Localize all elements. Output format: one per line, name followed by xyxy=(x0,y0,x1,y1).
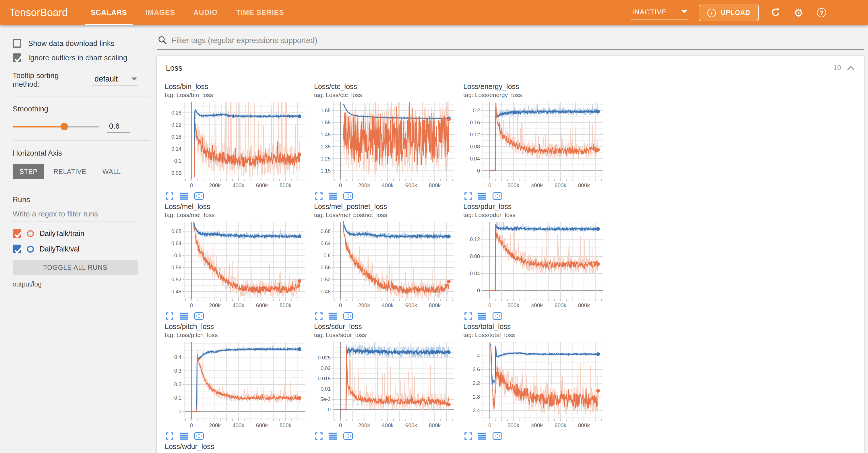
svg-text:3.2: 3.2 xyxy=(473,381,480,386)
run-val-checkbox[interactable] xyxy=(12,245,21,253)
loss-section-header[interactable]: Loss 10 xyxy=(157,56,864,80)
fit-domain-button[interactable] xyxy=(194,312,204,320)
tooltip-sorting-label: Tooltip sorting method: xyxy=(12,71,86,88)
fullscreen-icon xyxy=(315,192,322,200)
fit-domain-button[interactable] xyxy=(493,192,502,200)
toggle-y-axis-button[interactable] xyxy=(329,312,337,320)
expand-chart-button[interactable] xyxy=(464,192,472,200)
fit-domain-button[interactable] xyxy=(343,432,353,440)
run-val-radio[interactable] xyxy=(27,245,34,252)
toggle-y-axis-button[interactable] xyxy=(329,432,337,440)
fit-domain-button[interactable] xyxy=(194,192,204,200)
chart-title: Loss/pdur_loss xyxy=(463,203,613,211)
toggle-y-axis-button[interactable] xyxy=(329,192,337,200)
help-button[interactable]: ? xyxy=(815,6,828,19)
svg-text:800k: 800k xyxy=(429,182,441,188)
svg-text:0.01: 0.01 xyxy=(321,386,331,392)
svg-text:0: 0 xyxy=(190,302,193,308)
tab-scalars[interactable]: SCALARS xyxy=(82,0,136,25)
run-train-label: DailyTalk/train xyxy=(40,230,84,237)
divider xyxy=(12,187,150,187)
chart-card-energy_loss: Loss/energy_loss tag: Loss/energy_loss 0… xyxy=(463,80,613,200)
chart-plot[interactable]: 2.42.83.23.640200k400k600k800k xyxy=(463,340,613,431)
upload-button[interactable]: i UPLOAD xyxy=(699,4,759,21)
fit-domain-button[interactable] xyxy=(493,312,502,320)
run-train-radio[interactable] xyxy=(27,230,34,237)
smoothing-slider[interactable] xyxy=(12,126,99,127)
svg-text:400k: 400k xyxy=(382,182,394,188)
chart-plot[interactable]: 00.10.20.30.40200k400k600k800k xyxy=(165,340,314,431)
svg-text:0.04: 0.04 xyxy=(470,156,480,162)
expand-chart-button[interactable] xyxy=(315,432,322,440)
search-icon xyxy=(158,36,167,45)
y-axis-lines-icon xyxy=(329,192,337,200)
runs-filter-input[interactable] xyxy=(12,210,138,218)
toggle-all-runs-button[interactable]: TOGGLE ALL RUNS xyxy=(12,260,138,275)
expand-chart-button[interactable] xyxy=(315,192,322,200)
fit-domain-icon xyxy=(194,192,204,200)
svg-text:4: 4 xyxy=(477,353,480,359)
help-icon: ? xyxy=(817,8,826,17)
ignore-outliers-checkbox[interactable] xyxy=(12,53,21,62)
toggle-y-axis-button[interactable] xyxy=(478,312,486,320)
svg-text:800k: 800k xyxy=(578,182,590,188)
refresh-button[interactable] xyxy=(769,6,782,19)
chart-title: Loss/energy_loss xyxy=(463,83,613,91)
tooltip-sorting-select[interactable]: default xyxy=(92,73,138,86)
svg-text:200k: 200k xyxy=(209,182,221,188)
chart-plot[interactable]: 0.480.520.560.60.640.680200k400k600k800k xyxy=(165,220,314,311)
check-icon xyxy=(13,230,23,239)
experiment-status-select[interactable]: INACTIVE xyxy=(631,5,689,20)
y-axis-lines-icon xyxy=(180,432,188,440)
y-axis-lines-icon xyxy=(329,432,337,440)
svg-text:0.3: 0.3 xyxy=(174,368,181,374)
chart-plot[interactable]: 0.480.520.560.60.640.680200k400k600k800k xyxy=(314,220,463,311)
chart-card-wdur_loss: Loss/wdur_loss tag: Loss/wdur_loss 00.01… xyxy=(165,440,314,453)
toggle-y-axis-button[interactable] xyxy=(180,432,188,440)
expand-chart-button[interactable] xyxy=(166,312,174,320)
chart-card-pitch_loss: Loss/pitch_loss tag: Loss/pitch_loss 00.… xyxy=(165,320,314,440)
tag-filter-input[interactable] xyxy=(172,36,863,44)
svg-text:0.1: 0.1 xyxy=(174,395,181,401)
chart-plot[interactable]: 0.060.10.140.180.220.260200k400k600k800k xyxy=(165,100,314,191)
chart-title: Loss/bin_loss xyxy=(165,83,314,91)
smoothing-value-field[interactable]: 0.6 xyxy=(107,121,130,132)
slider-knob[interactable] xyxy=(61,123,68,130)
fit-domain-button[interactable] xyxy=(343,312,353,320)
toggle-y-axis-button[interactable] xyxy=(180,312,188,320)
axis-wall-button[interactable]: WALL xyxy=(96,164,128,179)
settings-button[interactable]: ⚙ xyxy=(792,6,805,19)
chart-tag: tag: Loss/total_loss xyxy=(463,331,613,339)
fit-domain-icon xyxy=(194,432,204,440)
tab-time-series[interactable]: TIME SERIES xyxy=(227,0,293,25)
expand-chart-button[interactable] xyxy=(166,192,174,200)
expand-chart-button[interactable] xyxy=(464,312,472,320)
tab-images[interactable]: IMAGES xyxy=(136,0,184,25)
chart-plot[interactable]: 1.151.251.351.451.551.650200k400k600k800… xyxy=(314,100,463,191)
fit-domain-icon xyxy=(343,432,353,440)
chevron-up-icon[interactable] xyxy=(847,65,855,70)
show-download-links-checkbox[interactable] xyxy=(12,39,21,48)
run-train-checkbox[interactable] xyxy=(12,229,21,238)
tab-audio[interactable]: AUDIO xyxy=(184,0,227,25)
expand-chart-button[interactable] xyxy=(464,432,472,440)
chart-plot[interactable]: 05e-30.010.0150.020.0250200k400k600k800k xyxy=(314,340,463,431)
svg-text:0.64: 0.64 xyxy=(321,241,331,246)
fit-domain-button[interactable] xyxy=(194,432,204,440)
chart-plot[interactable]: 00.040.080.120.160.20200k400k600k800k xyxy=(463,100,613,191)
axis-relative-button[interactable]: RELATIVE xyxy=(47,164,93,179)
expand-chart-button[interactable] xyxy=(315,312,322,320)
expand-chart-button[interactable] xyxy=(166,432,174,440)
chart-toolbar xyxy=(314,192,463,200)
toggle-y-axis-button[interactable] xyxy=(180,192,188,200)
toggle-y-axis-button[interactable] xyxy=(478,432,486,440)
fit-domain-button[interactable] xyxy=(343,192,353,200)
fit-domain-button[interactable] xyxy=(493,432,502,440)
chart-tag: tag: Loss/pitch_loss xyxy=(165,331,314,339)
chart-plot[interactable]: 00.040.080.120200k400k600k800k xyxy=(463,220,613,311)
axis-step-button[interactable]: STEP xyxy=(12,164,44,179)
toggle-y-axis-button[interactable] xyxy=(478,192,486,200)
upload-label: UPLOAD xyxy=(721,9,750,16)
svg-text:0.06: 0.06 xyxy=(172,170,181,176)
svg-text:400k: 400k xyxy=(531,422,543,428)
